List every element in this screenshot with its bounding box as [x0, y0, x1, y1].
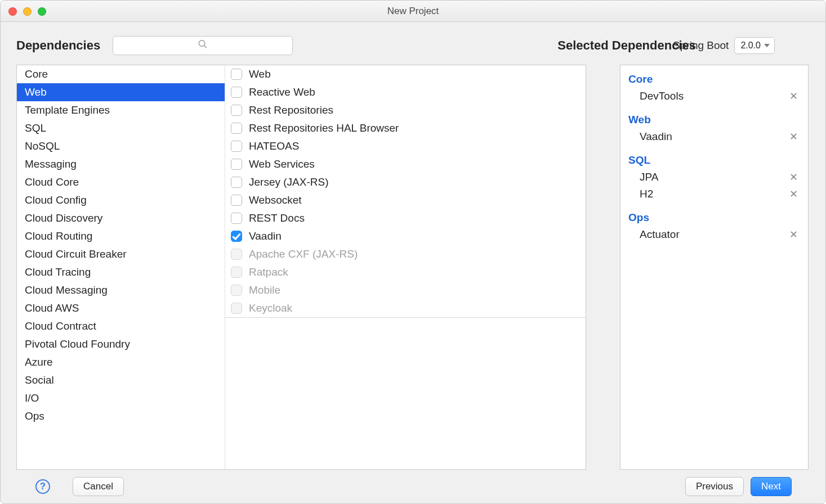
selected-item: Actuator✕: [620, 226, 808, 243]
category-item[interactable]: Web: [17, 83, 225, 101]
remove-icon[interactable]: ✕: [787, 188, 800, 200]
selected-group-title: Web: [620, 111, 808, 128]
selected-item-label: Actuator: [640, 228, 680, 241]
category-item[interactable]: Cloud Tracing: [17, 263, 225, 281]
category-item[interactable]: I/O: [17, 389, 225, 407]
dependency-checkbox: [231, 285, 242, 296]
selected-item: H2✕: [620, 186, 808, 202]
dependency-row[interactable]: Jersey (JAX-RS): [225, 173, 586, 191]
dependency-checkbox: [231, 267, 242, 278]
category-item[interactable]: Ops: [17, 407, 225, 425]
selected-item-label: Vaadin: [640, 130, 672, 143]
dependency-checkbox[interactable]: [231, 213, 242, 224]
selected-item: Vaadin✕: [620, 128, 808, 145]
dependency-checkbox[interactable]: [231, 87, 242, 98]
dependency-row[interactable]: Rest Repositories: [225, 101, 586, 119]
dependency-checkbox: [231, 249, 242, 260]
dependency-label: HATEOAS: [249, 140, 299, 152]
dependencies-heading: Dependencies: [16, 38, 100, 53]
main-panels: CoreWebTemplate EnginesSQLNoSQLMessaging…: [16, 65, 809, 470]
dependency-row[interactable]: Websocket: [225, 191, 586, 209]
dependency-checkbox[interactable]: [231, 105, 242, 116]
dependency-label: Jersey (JAX-RS): [249, 176, 328, 188]
dependency-checkbox[interactable]: [231, 177, 242, 188]
dependency-row: Keycloak: [225, 299, 586, 317]
search-wrapper: [113, 36, 293, 55]
dependency-row: Mobile: [225, 281, 586, 299]
selected-item: JPA✕: [620, 169, 808, 186]
window-controls: [8, 7, 46, 16]
dependency-label: Ratpack: [249, 266, 288, 278]
dependency-row[interactable]: HATEOAS: [225, 137, 586, 155]
category-item[interactable]: Cloud Messaging: [17, 281, 225, 299]
dependency-checkbox[interactable]: [231, 69, 242, 80]
selected-item-label: DevTools: [640, 90, 684, 102]
remove-icon[interactable]: ✕: [787, 90, 800, 102]
cancel-button[interactable]: Cancel: [73, 477, 124, 496]
search-input[interactable]: [113, 36, 293, 55]
dependency-row[interactable]: Web Services: [225, 155, 586, 173]
category-item[interactable]: Messaging: [17, 155, 225, 173]
zoom-window-icon[interactable]: [38, 7, 46, 16]
selected-group-title: SQL: [620, 152, 808, 169]
dialog-body: Dependencies Spring Boot 2.0.0 Selected …: [1, 22, 825, 503]
dependency-label: REST Docs: [249, 212, 305, 224]
category-item[interactable]: Cloud Config: [17, 191, 225, 209]
selected-group-title: Ops: [620, 209, 808, 226]
category-list[interactable]: CoreWebTemplate EnginesSQLNoSQLMessaging…: [17, 65, 225, 469]
dependency-label: Rest Repositories: [249, 104, 333, 116]
dependency-label: Web Services: [249, 158, 315, 170]
dependency-label: Mobile: [249, 284, 280, 296]
category-item[interactable]: Cloud Discovery: [17, 209, 225, 227]
category-item[interactable]: Social: [17, 371, 225, 389]
category-item[interactable]: Azure: [17, 353, 225, 371]
dependency-checkbox[interactable]: [231, 141, 242, 152]
dependency-row[interactable]: REST Docs: [225, 209, 586, 227]
dependency-row: Ratpack: [225, 263, 586, 281]
dependency-row[interactable]: Vaadin: [225, 227, 586, 245]
minimize-window-icon[interactable]: [23, 7, 32, 16]
category-item[interactable]: Cloud Core: [17, 173, 225, 191]
category-item[interactable]: Pivotal Cloud Foundry: [17, 335, 225, 353]
dependency-label: Reactive Web: [249, 86, 315, 98]
dependency-label: Apache CXF (JAX-RS): [249, 248, 358, 260]
dependency-checkbox[interactable]: [231, 159, 242, 170]
category-item[interactable]: Cloud AWS: [17, 299, 225, 317]
category-item[interactable]: NoSQL: [17, 137, 225, 155]
dependency-picker: CoreWebTemplate EnginesSQLNoSQLMessaging…: [16, 65, 586, 470]
dependency-list[interactable]: WebReactive WebRest RepositoriesRest Rep…: [225, 65, 586, 469]
category-item[interactable]: Core: [17, 65, 225, 83]
header-row: Dependencies Spring Boot 2.0.0 Selected …: [16, 32, 809, 59]
selected-group-title: Core: [620, 71, 808, 88]
category-item[interactable]: Cloud Routing: [17, 227, 225, 245]
category-item[interactable]: Template Engines: [17, 101, 225, 119]
titlebar: New Project: [1, 1, 825, 22]
selected-dependencies-heading: Selected Dependencies: [557, 38, 696, 53]
close-window-icon[interactable]: [8, 7, 17, 16]
remove-icon[interactable]: ✕: [787, 130, 800, 143]
footer: ? Cancel Previous Next: [16, 470, 809, 503]
dependency-checkbox: [231, 303, 242, 314]
remove-icon[interactable]: ✕: [787, 171, 800, 183]
dependency-row[interactable]: Rest Repositories HAL Browser: [225, 119, 586, 137]
dependency-checkbox[interactable]: [231, 123, 242, 134]
dependency-row[interactable]: Reactive Web: [225, 83, 586, 101]
dependency-checkbox[interactable]: [231, 195, 242, 206]
category-item[interactable]: SQL: [17, 119, 225, 137]
dependency-row[interactable]: Web: [225, 65, 586, 83]
springboot-version-select[interactable]: 2.0.0: [734, 37, 775, 54]
selected-item-label: JPA: [640, 171, 658, 183]
selected-dependencies-panel: CoreDevTools✕WebVaadin✕SQLJPA✕H2✕OpsActu…: [620, 65, 809, 470]
previous-button[interactable]: Previous: [685, 477, 744, 496]
window-title: New Project: [387, 6, 439, 17]
next-button[interactable]: Next: [751, 477, 792, 496]
dependency-checkbox[interactable]: [231, 231, 242, 242]
springboot-version-value: 2.0.0: [740, 40, 761, 51]
category-item[interactable]: Cloud Circuit Breaker: [17, 245, 225, 263]
help-button[interactable]: ?: [35, 479, 50, 494]
remove-icon[interactable]: ✕: [787, 228, 800, 241]
dependency-label: Web: [249, 68, 271, 80]
selected-item: DevTools✕: [620, 88, 808, 105]
dependency-label: Rest Repositories HAL Browser: [249, 122, 399, 134]
category-item[interactable]: Cloud Contract: [17, 317, 225, 335]
